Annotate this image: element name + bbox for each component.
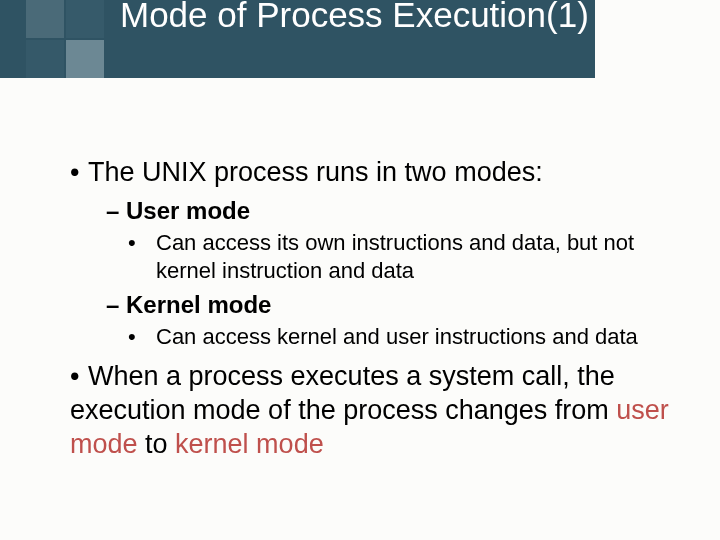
- logo-square: [26, 0, 64, 38]
- bullet-level3: •Can access its own instructions and dat…: [142, 229, 680, 285]
- bullet-level2: – Kernel mode: [106, 289, 680, 321]
- bullet-text: Can access its own instructions and data…: [156, 230, 634, 283]
- bullet-dot-icon: •: [142, 229, 156, 257]
- logo-square: [66, 0, 104, 38]
- logo-square: [66, 40, 104, 78]
- bullet-level1: •The UNIX process runs in two modes:: [70, 155, 680, 189]
- bullet-text-part: to: [138, 429, 176, 459]
- header-logo: [26, 0, 104, 78]
- bullet-text: Can access kernel and user instructions …: [156, 324, 638, 349]
- bullet-level2: – User mode: [106, 195, 680, 227]
- bullet-level1: •When a process executes a system call, …: [70, 359, 680, 461]
- slide-body: •The UNIX process runs in two modes: – U…: [70, 155, 680, 467]
- bullet-level3: •Can access kernel and user instructions…: [142, 323, 680, 351]
- bullet-dot-icon: •: [142, 323, 156, 351]
- bullet-text: The UNIX process runs in two modes:: [88, 157, 543, 187]
- accent-text: kernel mode: [175, 429, 324, 459]
- logo-square: [26, 40, 64, 78]
- slide-title: Mode of Process Execution(1): [120, 0, 589, 36]
- bullet-text-part: When a process executes a system call, t…: [70, 361, 616, 425]
- bullet-dot-icon: •: [70, 155, 88, 189]
- bullet-dot-icon: •: [70, 359, 88, 393]
